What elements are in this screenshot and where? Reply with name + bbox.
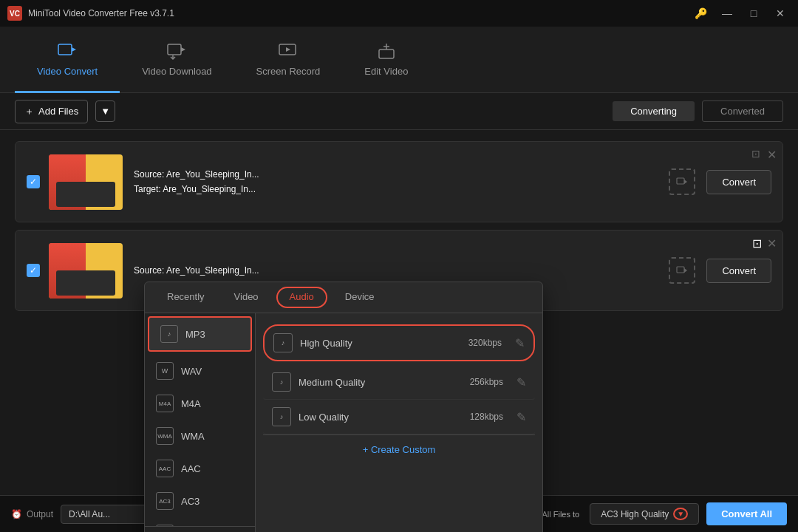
dropdown-arrow-icon: ▼ bbox=[673, 508, 688, 520]
quality-high-label: High Quality bbox=[300, 338, 461, 349]
m4a-icon: M4A bbox=[156, 395, 174, 412]
svg-marker-6 bbox=[286, 47, 290, 52]
quality-low[interactable]: ♪ Low Quality 128kbps ✎ bbox=[263, 400, 535, 434]
file-source-1: Source: Are_You_Sleeping_In... bbox=[134, 169, 669, 180]
wav-label: WAV bbox=[181, 366, 202, 377]
nav-video-convert-label: Video Convert bbox=[37, 66, 98, 77]
nav-bar: Video Convert Video Download Screen Reco… bbox=[0, 27, 798, 93]
format-ac3[interactable]: AC3 AC3 bbox=[145, 485, 255, 517]
file-thumbnail-2 bbox=[49, 243, 123, 299]
aac-icon: AAC bbox=[156, 460, 174, 477]
quality-high-edit[interactable]: ✎ bbox=[515, 336, 525, 350]
nav-video-convert[interactable]: Video Convert bbox=[15, 27, 120, 93]
file-edit-icon-2[interactable]: ⊡ bbox=[752, 236, 762, 250]
create-custom-button[interactable]: + Create Custom bbox=[263, 434, 535, 464]
wav-icon: W bbox=[156, 362, 174, 380]
format-tabs: Recently Video Audio Device bbox=[145, 282, 542, 313]
wma-icon: WMA bbox=[156, 427, 174, 445]
svg-rect-7 bbox=[379, 50, 394, 58]
format-aac[interactable]: AAC AAC bbox=[145, 452, 255, 485]
minimize-button[interactable]: — bbox=[717, 3, 737, 24]
format-tab-video[interactable]: Video bbox=[219, 282, 273, 313]
quality-high-bitrate: 320kbps bbox=[468, 338, 502, 348]
quality-medium[interactable]: ♪ Medium Quality 256kbps ✎ bbox=[263, 365, 535, 400]
video-download-icon bbox=[166, 41, 187, 61]
file-checkbox-2[interactable]: ✓ bbox=[27, 264, 40, 277]
output-format-button[interactable]: AC3 High Quality ▼ bbox=[590, 503, 699, 525]
screen-record-icon bbox=[278, 41, 299, 61]
file-close-icon-1[interactable]: ✕ bbox=[767, 148, 777, 162]
tab-converting[interactable]: Converting bbox=[613, 101, 695, 121]
window-controls: 🔑 — □ ✕ bbox=[690, 3, 791, 24]
wma-label: WMA bbox=[181, 431, 205, 442]
nav-edit-video-label: Edit Video bbox=[364, 66, 408, 77]
format-dropdown: Recently Video Audio Device ♪ MP3 W WAV … bbox=[144, 282, 543, 532]
sub-toolbar: ＋ Add Files ▼ Converting Converted bbox=[0, 93, 798, 130]
title-bar-left: VC MiniTool Video Converter Free v3.7.1 bbox=[7, 6, 174, 21]
close-button[interactable]: ✕ bbox=[770, 3, 791, 24]
add-files-button[interactable]: ＋ Add Files bbox=[15, 100, 88, 123]
nav-video-download-label: Video Download bbox=[142, 66, 211, 77]
thumbnail-btn-1[interactable] bbox=[669, 168, 695, 195]
file-info-1: Source: Are_You_Sleeping_In... Target: A… bbox=[134, 169, 669, 194]
format-tab-device[interactable]: Device bbox=[330, 282, 389, 313]
mp3-label: MP3 bbox=[185, 329, 205, 340]
file-thumbnail-1 bbox=[49, 154, 123, 210]
quality-high-icon: ♪ bbox=[273, 333, 293, 352]
quality-low-label: Low Quality bbox=[299, 412, 463, 423]
tab-converted[interactable]: Converted bbox=[702, 100, 783, 122]
format-wma[interactable]: WMA WMA bbox=[145, 420, 255, 452]
format-tab-recently[interactable]: Recently bbox=[152, 282, 219, 313]
key-button[interactable]: 🔑 bbox=[690, 3, 711, 24]
file-edit-icon-1[interactable]: ⊡ bbox=[751, 148, 760, 160]
title-bar: VC MiniTool Video Converter Free v3.7.1 … bbox=[0, 0, 798, 27]
format-body: ♪ MP3 W WAV M4A M4A WMA WMA AAC AAC bbox=[145, 313, 542, 532]
format-mp3[interactable]: ♪ MP3 bbox=[148, 316, 252, 352]
quality-medium-bitrate: 256kbps bbox=[470, 377, 503, 387]
svg-rect-0 bbox=[58, 44, 72, 55]
source-name-2: Are_You_Sleeping_In... bbox=[166, 265, 259, 276]
nav-screen-record[interactable]: Screen Record bbox=[234, 27, 343, 93]
svg-marker-3 bbox=[181, 47, 185, 52]
main-area: ✓ Source: Are_You_Sleeping_In... Target:… bbox=[0, 130, 798, 330]
app-logo: VC bbox=[7, 6, 22, 21]
quality-low-icon: ♪ bbox=[272, 407, 291, 426]
quality-medium-edit[interactable]: ✎ bbox=[516, 375, 526, 389]
ac3-label: AC3 bbox=[181, 496, 200, 507]
convert-button-2[interactable]: Convert bbox=[706, 259, 771, 283]
thumbnail-btn-2[interactable] bbox=[669, 257, 695, 284]
quality-medium-icon: ♪ bbox=[272, 372, 291, 392]
svg-rect-2 bbox=[168, 44, 181, 55]
svg-marker-9 bbox=[684, 180, 687, 184]
mp3-icon: ♪ bbox=[160, 325, 178, 343]
quality-low-bitrate: 128kbps bbox=[470, 412, 503, 422]
format-wav[interactable]: W WAV bbox=[145, 355, 255, 387]
add-files-dropdown-button[interactable]: ▼ bbox=[95, 100, 115, 122]
quality-low-edit[interactable]: ✎ bbox=[516, 410, 526, 424]
app-title: MiniTool Video Converter Free v3.7.1 bbox=[28, 8, 174, 18]
maximize-button[interactable]: □ bbox=[743, 3, 764, 24]
file-checkbox-1[interactable]: ✓ bbox=[27, 175, 40, 188]
output-text: Output bbox=[27, 509, 53, 519]
quality-high[interactable]: ♪ High Quality 320kbps ✎ bbox=[263, 324, 535, 361]
output-label: ⏰ Output bbox=[11, 509, 53, 519]
quality-medium-label: Medium Quality bbox=[299, 377, 463, 388]
convert-button-1[interactable]: Convert bbox=[706, 170, 771, 194]
file-close-icon-2[interactable]: ✕ bbox=[767, 236, 777, 250]
format-m4a[interactable]: M4A M4A bbox=[145, 387, 255, 420]
format-content: ♪ High Quality 320kbps ✎ ♪ Medium Qualit… bbox=[256, 313, 542, 532]
file-card-1: ✓ Source: Are_You_Sleeping_In... Target:… bbox=[15, 141, 783, 222]
format-tab-audio[interactable]: Audio bbox=[276, 287, 327, 308]
svg-marker-1 bbox=[72, 47, 76, 52]
svg-rect-8 bbox=[677, 178, 684, 184]
file-target-1: Target: Are_You_Sleeping_In... bbox=[134, 184, 669, 194]
nav-video-download[interactable]: Video Download bbox=[120, 27, 233, 93]
format-search: 🔍 bbox=[145, 526, 255, 532]
source-label: Source: bbox=[134, 169, 164, 180]
target-label: Target: bbox=[134, 184, 161, 194]
convert-all-button[interactable]: Convert All bbox=[706, 502, 787, 525]
nav-edit-video[interactable]: Edit Video bbox=[342, 27, 430, 93]
source-name-1: Are_You_Sleeping_In... bbox=[166, 169, 259, 180]
edit-video-icon bbox=[376, 41, 397, 61]
svg-rect-10 bbox=[677, 267, 684, 273]
